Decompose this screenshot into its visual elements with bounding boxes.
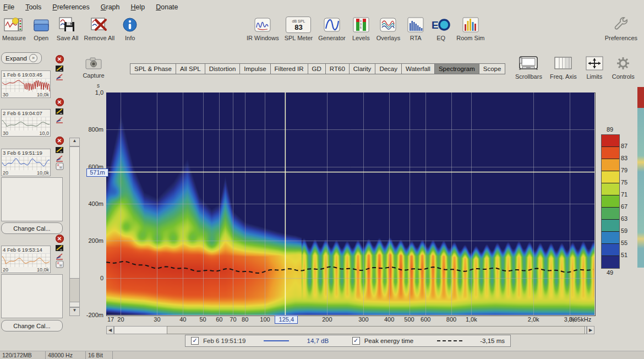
change-cal-button[interactable]: Change Cal... — [1, 222, 63, 234]
freq-tick-20: 20 — [117, 316, 124, 323]
measurement-thumbnail[interactable]: 4 Feb 6 19:53:142010,0k — [1, 246, 51, 273]
svg-text:E: E — [432, 19, 439, 31]
measurement-thumbnail[interactable]: 1 Feb 6 19:03:453010,0k — [1, 70, 51, 98]
tab-spl-phase[interactable]: SPL & Phase — [130, 63, 176, 74]
overlays-button[interactable]: Overlays — [376, 15, 400, 41]
remove-all-button[interactable]: Remove All — [84, 15, 115, 41]
tab-rt60[interactable]: RT60 — [325, 63, 350, 74]
measurement-card-3[interactable]: 3 Feb 6 19:51:192010,0k✕RW — [1, 137, 67, 176]
menu-graph[interactable]: Graph — [101, 3, 120, 11]
time-tick-800m: 800m — [70, 126, 103, 133]
tab-waterfall[interactable]: Waterfall — [401, 63, 435, 74]
measurement-card-1[interactable]: 1 Feb 6 19:03:453010,0k✕ — [1, 55, 67, 98]
graph-button-scrollbars[interactable]: Scrollbars — [515, 54, 542, 80]
edit-trace-icon[interactable] — [56, 154, 64, 161]
spectrogram-plot[interactable] — [106, 93, 594, 315]
measure-button[interactable]: Measure — [2, 15, 26, 41]
range-start: 30 — [3, 130, 8, 136]
colorbar-label-59: 59 — [621, 227, 627, 234]
measurement-card-2[interactable]: 2 Feb 6 19:04:073010,0✕ — [1, 98, 67, 137]
menu-preferences[interactable]: Preferences — [52, 3, 89, 11]
graph-button-limits[interactable]: Limits — [585, 54, 604, 80]
remove-measurement-button[interactable]: ✕ — [56, 137, 64, 145]
sidebar-scrollbar-thumb[interactable] — [69, 278, 80, 302]
tab-spectrogram[interactable]: Spectrogram — [434, 63, 479, 74]
menu-tools[interactable]: Tools — [25, 3, 41, 11]
ir-windows-button[interactable]: IR Windows — [247, 15, 279, 41]
remove-measurement-button[interactable]: ✕ — [56, 235, 64, 243]
remove-measurement-button[interactable]: ✕ — [56, 98, 64, 106]
levels-button[interactable]: 036Levels — [351, 15, 371, 41]
graph-button-freq-axis[interactable]: Freq. Axis — [550, 54, 577, 80]
hscroll-left-button[interactable]: ◀ — [106, 326, 114, 334]
graph-button-controls[interactable]: Controls — [612, 54, 635, 80]
measurement-thumbnail[interactable]: 3 Feb 6 19:51:192010,0k — [1, 149, 51, 176]
hscroll-thumb[interactable] — [167, 326, 585, 334]
sample-rate: 48000 Hz — [46, 351, 86, 359]
freq-tick-500: 500 — [404, 316, 414, 323]
trace-settings-icon[interactable] — [56, 64, 64, 72]
measurement-range: 2010,0k — [2, 170, 50, 176]
measurement-card-4[interactable]: 4 Feb 6 19:53:142010,0k✕RW — [1, 235, 67, 273]
tab-filtered-ir[interactable]: Filtered IR — [270, 63, 308, 74]
tab-clarity[interactable]: Clarity — [349, 63, 376, 74]
change-cal-button[interactable]: Change Cal... — [1, 320, 63, 331]
generator-button[interactable]: Generator — [318, 15, 346, 41]
rta-button[interactable]: RTA — [406, 15, 425, 41]
room-sim-button[interactable]: Room Sim — [456, 15, 484, 41]
camera-icon — [85, 57, 102, 72]
menu-donate[interactable]: Donate — [156, 3, 178, 11]
freq-tick-100: 100 — [260, 316, 270, 323]
spl-meter-label: SPL Meter — [285, 35, 313, 41]
scrollbars-label: Scrollbars — [515, 73, 542, 80]
menu-help[interactable]: Help — [131, 3, 145, 11]
freq-tick-300: 300 — [358, 316, 368, 323]
colorbar-band — [602, 232, 619, 244]
info-button[interactable]: Info — [120, 15, 140, 41]
edit-trace-icon[interactable] — [56, 116, 64, 123]
trace-settings-icon[interactable] — [56, 107, 64, 115]
peak-energy-label: Peak energy time — [364, 338, 414, 344]
trace-settings-icon[interactable] — [56, 244, 64, 251]
eq-button[interactable]: EEQ — [431, 15, 451, 41]
colorbar-band — [602, 171, 619, 183]
peak-energy-dash-swatch — [437, 340, 462, 341]
colorbar-label-87: 87 — [621, 143, 627, 149]
remove-measurement-button[interactable]: ✕ — [56, 55, 64, 63]
generator-label: Generator — [318, 35, 346, 41]
time-tick-400m: 400m — [70, 200, 103, 207]
freq-tick-60: 60 — [216, 316, 222, 323]
freq-tick-40: 40 — [179, 316, 186, 323]
edit-trace-icon[interactable] — [56, 73, 64, 80]
tab-decay[interactable]: Decay — [375, 63, 402, 74]
save-measurement-icon[interactable]: RW — [56, 260, 64, 268]
freq-tick-200: 200 — [322, 316, 332, 323]
remove-all-label: Remove All — [84, 35, 115, 41]
trace-settings-icon[interactable] — [56, 146, 64, 153]
measurement-thumbnail[interactable]: 2 Feb 6 19:04:073010,0 — [1, 109, 51, 137]
edit-trace-icon[interactable] — [56, 252, 64, 259]
sidebar-scroll-up-button[interactable]: ▲ — [69, 138, 80, 146]
eq-icon: E — [431, 15, 451, 34]
peak-energy-checkbox[interactable]: ✓ — [352, 337, 360, 345]
info-icon — [122, 15, 138, 34]
hscroll-right-button[interactable]: ▶ — [587, 326, 594, 334]
tab-all-spl[interactable]: All SPL — [176, 63, 205, 74]
preferences-button[interactable]: Preferences — [605, 15, 637, 41]
colorbar-band — [602, 208, 619, 220]
spl-meter-value: 83 — [294, 24, 302, 31]
controls-icon — [615, 54, 631, 73]
trace-visibility-checkbox[interactable]: ✓ — [191, 337, 199, 345]
tab-distortion[interactable]: Distortion — [205, 63, 241, 74]
menu-file[interactable]: File — [3, 3, 14, 11]
save-all-button[interactable]: Save All — [57, 15, 79, 41]
capture-button[interactable]: Capture — [81, 57, 106, 79]
tab-impulse[interactable]: Impulse — [239, 63, 270, 74]
save-measurement-icon[interactable]: RW — [56, 162, 64, 170]
open-button[interactable]: Open — [31, 15, 51, 41]
bit-depth: 16 Bit — [86, 351, 113, 359]
tab-gd[interactable]: GD — [308, 63, 326, 74]
measurement-range: 2010,0k — [2, 267, 50, 273]
tab-scope[interactable]: Scope — [479, 63, 506, 74]
spl-meter-button[interactable]: dB SPL83SPL Meter — [285, 15, 313, 41]
